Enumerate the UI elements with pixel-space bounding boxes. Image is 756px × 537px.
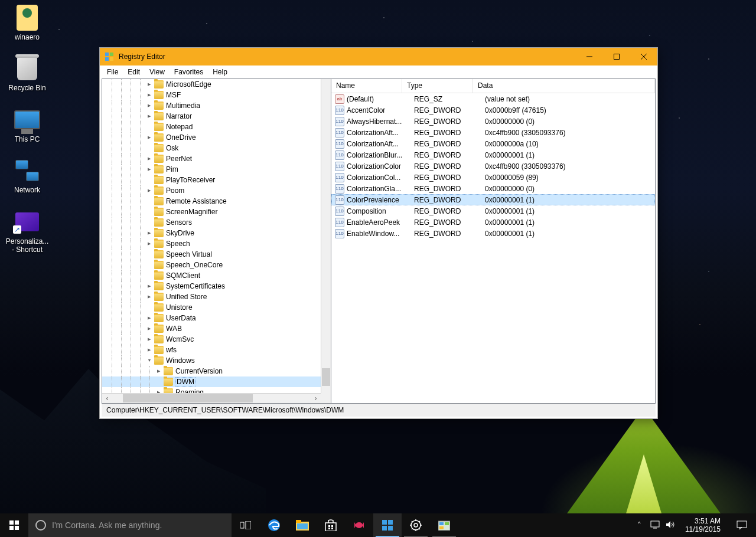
tree-expander-icon[interactable]: ▶ [145,90,154,100]
app-unknown1[interactable] [345,513,373,537]
tree-expander-icon[interactable]: ▶ [145,132,154,143]
tree-item[interactable]: Sensors [102,217,321,228]
tree-expander-icon[interactable]: ▶ [145,79,154,90]
value-row[interactable]: 110AccentColorREG_DWORD0x0000b9ff (47615… [331,104,655,116]
tree-expander-icon[interactable]: ▶ [145,228,154,238]
tray-volume-icon[interactable] [665,520,676,531]
tree-item[interactable]: ▶Multimedia [102,100,321,111]
tree-expander-icon[interactable]: ▶ [145,345,154,355]
tree-vertical-scrollbar[interactable] [321,79,331,393]
tray-chevron-up-icon[interactable]: ˄ [634,520,645,530]
tree-expander-icon[interactable]: ▶ [145,100,154,111]
tree-item[interactable]: Speech_OneCore [102,260,321,270]
maximize-button[interactable] [603,48,630,66]
scroll-right-icon[interactable]: › [311,394,321,402]
tree-item[interactable]: SQMClient [102,270,321,281]
tree-expander-icon[interactable]: ▶ [145,238,154,249]
start-button[interactable] [0,513,28,537]
value-row[interactable]: 110ColorizationAft...REG_DWORD0xc4ffb900… [331,127,655,138]
tree-item[interactable]: DWM [102,376,321,387]
tree-item[interactable]: ▶WcmSvc [102,334,321,345]
tree-item[interactable]: ▶SystemCertificates [102,281,321,292]
menu-help[interactable]: Help [208,67,232,77]
menu-view[interactable]: View [145,67,170,77]
value-row[interactable]: 110ColorizationAft...REG_DWORD0x0000000a… [331,138,655,149]
value-row[interactable]: 110CompositionREG_DWORD0x00000001 (1) [331,205,655,217]
tree-item[interactable]: ▶PeerNet [102,153,321,164]
edge-app[interactable] [260,513,288,537]
tree-item[interactable]: Notepad [102,122,321,132]
tree-expander-icon[interactable]: ▶ [145,111,154,122]
menu-favorites[interactable]: Favorites [170,67,208,77]
tree-item[interactable]: ▶Pim [102,164,321,175]
value-row[interactable]: 110ColorizationCol...REG_DWORD0x00000059… [331,172,655,183]
tree-item[interactable]: ▶Narrator [102,111,321,122]
cortana-search[interactable]: I'm Cortana. Ask me anything. [28,513,232,537]
tree-item[interactable]: Speech Virtual [102,249,321,260]
tree-item[interactable]: ScreenMagnifier [102,207,321,217]
tree-expander-icon[interactable]: ▶ [145,185,154,196]
store-app[interactable] [317,513,345,537]
tree-item[interactable]: Unistore [102,302,321,313]
tree-expander-icon[interactable]: ▶ [154,366,164,376]
settings-app[interactable] [402,513,430,537]
column-type[interactable]: Type [402,79,473,93]
file-explorer-app[interactable] [288,513,317,537]
tree-expander-icon[interactable]: ▶ [145,292,154,302]
value-row[interactable]: 110ColorPrevalenceREG_DWORD0x00000001 (1… [331,194,655,205]
tree-item[interactable]: ▶WAB [102,323,321,334]
scrollbar-thumb[interactable] [123,394,253,402]
winaero-tweaker-app[interactable] [373,513,402,537]
tree-expander-icon[interactable]: ▶ [145,281,154,292]
tree-item[interactable]: ▶Poom [102,185,321,196]
winaero-icon[interactable]: winaero [5,5,50,41]
tree-item[interactable]: ▶SkyDrive [102,228,321,238]
tree-expander-icon[interactable]: ▶ [145,153,154,164]
value-row[interactable]: 110ColorizationColorREG_DWORD0xc4ffb900 … [331,161,655,172]
personalization-shortcut-icon[interactable]: Personaliza... - Shortcut [5,209,50,254]
regedit-app[interactable] [430,513,458,537]
menu-file[interactable]: File [102,67,123,77]
menu-edit[interactable]: Edit [123,67,145,77]
this-pc-icon[interactable]: This PC [5,107,50,143]
tree-item[interactable]: PlayToReceiver [102,175,321,185]
network-icon[interactable]: Network [5,158,50,194]
value-row[interactable]: 110EnableAeroPeekREG_DWORD0x00000001 (1) [331,217,655,228]
tree-item[interactable]: ▶MSF [102,90,321,100]
column-name[interactable]: Name [331,79,402,93]
action-center-button[interactable] [730,513,754,537]
tree-expander-icon[interactable]: ▶ [145,313,154,323]
recycle-bin-icon[interactable]: Recycle Bin [5,55,50,92]
taskbar-clock[interactable]: 3:51 AM 11/19/2015 [680,517,725,534]
tree-item[interactable]: ▶Speech [102,238,321,249]
tree-item[interactable]: ▶UserData [102,313,321,323]
tree-expander-icon[interactable]: ▶ [145,334,154,345]
tree-expander-icon[interactable]: ▶ [145,164,154,175]
tree-item[interactable]: Remote Assistance [102,196,321,207]
value-row[interactable]: 110AlwaysHibernat...REG_DWORD0x00000000 … [331,116,655,127]
tree-item[interactable]: ▶MicrosoftEdge [102,79,321,90]
minimize-button[interactable] [576,48,603,66]
tree-item[interactable]: ▶Unified Store [102,292,321,302]
tree-item[interactable]: Osk [102,143,321,153]
tree-item[interactable]: ▶Roaming [102,387,321,393]
task-view-button[interactable] [232,513,260,537]
value-row[interactable]: 110ColorizationBlur...REG_DWORD0x0000000… [331,149,655,161]
tree-item[interactable]: ▼Windows [102,355,321,366]
tree-horizontal-scrollbar[interactable]: ‹ › [102,393,321,403]
scrollbar-thumb[interactable] [322,368,330,386]
value-row[interactable]: 110ColorizationGla...REG_DWORD0x00000000… [331,183,655,194]
value-row[interactable]: 110EnableWindow...REG_DWORD0x00000001 (1… [331,228,655,239]
titlebar[interactable]: Registry Editor [100,48,657,66]
values-list[interactable]: ab(Default)REG_SZ(value not set)110Accen… [331,93,655,403]
tree-expander-icon[interactable]: ▼ [145,355,154,366]
registry-tree[interactable]: ▶MicrosoftEdge▶MSF▶Multimedia▶NarratorNo… [102,79,321,393]
tree-item[interactable]: ▶OneDrive [102,132,321,143]
tray-network-icon[interactable] [650,520,660,531]
tree-item[interactable]: ▶CurrentVersion [102,366,321,376]
tree-expander-icon[interactable]: ▶ [145,323,154,334]
scroll-left-icon[interactable]: ‹ [102,394,112,402]
value-row[interactable]: ab(Default)REG_SZ(value not set) [331,93,655,104]
tree-item[interactable]: ▶wfs [102,345,321,355]
tree-expander-icon[interactable]: ▶ [154,387,164,393]
